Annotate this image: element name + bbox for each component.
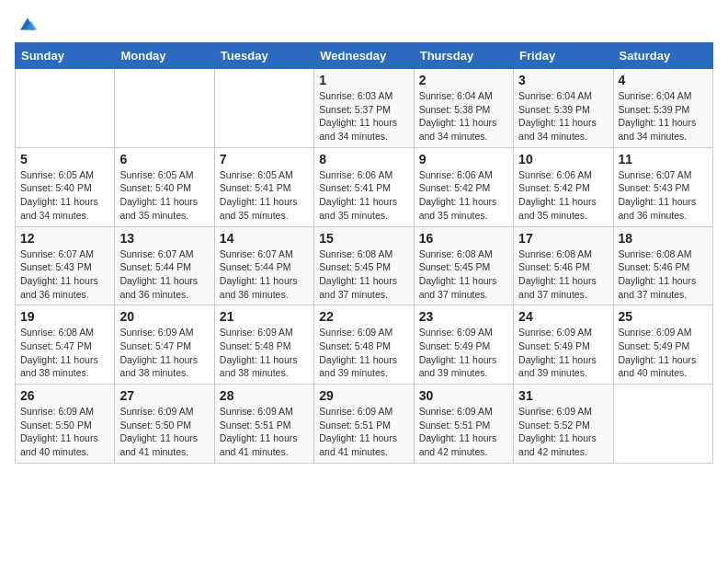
calendar-cell: 25Sunrise: 6:09 AMSunset: 5:49 PMDayligh…	[613, 305, 712, 385]
calendar-cell	[115, 69, 214, 148]
calendar-cell: 21Sunrise: 6:09 AMSunset: 5:48 PMDayligh…	[214, 305, 313, 385]
day-info: Sunrise: 6:09 AMSunset: 5:49 PMDaylight:…	[619, 326, 708, 380]
day-info: Sunrise: 6:09 AMSunset: 5:49 PMDaylight:…	[518, 326, 608, 380]
day-info: Sunrise: 6:05 AMSunset: 5:40 PMDaylight:…	[119, 168, 209, 223]
day-info: Sunrise: 6:07 AMSunset: 5:44 PMDaylight:…	[119, 247, 209, 302]
calendar-week-row: 19Sunrise: 6:08 AMSunset: 5:47 PMDayligh…	[16, 305, 713, 385]
calendar-cell: 12Sunrise: 6:07 AMSunset: 5:43 PMDayligh…	[16, 226, 115, 305]
calendar-cell: 14Sunrise: 6:07 AMSunset: 5:44 PMDayligh…	[214, 226, 313, 305]
day-info: Sunrise: 6:09 AMSunset: 5:51 PMDaylight:…	[220, 405, 309, 459]
weekday-header-row: SundayMondayTuesdayWednesdayThursdayFrid…	[16, 43, 713, 69]
day-number: 28	[220, 388, 309, 403]
day-info: Sunrise: 6:08 AMSunset: 5:45 PMDaylight:…	[419, 247, 508, 302]
calendar-week-row: 1Sunrise: 6:03 AMSunset: 5:37 PMDaylight…	[16, 69, 713, 148]
calendar-cell: 11Sunrise: 6:07 AMSunset: 5:43 PMDayligh…	[613, 147, 712, 226]
calendar-cell: 28Sunrise: 6:09 AMSunset: 5:51 PMDayligh…	[214, 385, 313, 464]
day-number: 7	[220, 152, 309, 167]
calendar-week-row: 26Sunrise: 6:09 AMSunset: 5:50 PMDayligh…	[16, 385, 713, 464]
calendar-cell: 4Sunrise: 6:04 AMSunset: 5:39 PMDaylight…	[613, 69, 712, 148]
day-number: 20	[119, 309, 209, 324]
calendar-cell: 20Sunrise: 6:09 AMSunset: 5:47 PMDayligh…	[115, 305, 214, 385]
calendar-cell: 3Sunrise: 6:04 AMSunset: 5:39 PMDaylight…	[514, 69, 613, 148]
weekday-header-saturday: Saturday	[613, 43, 712, 69]
day-info: Sunrise: 6:07 AMSunset: 5:43 PMDaylight:…	[619, 168, 708, 223]
day-number: 21	[220, 309, 309, 324]
day-number: 22	[319, 309, 408, 324]
day-info: Sunrise: 6:09 AMSunset: 5:50 PMDaylight:…	[119, 405, 209, 459]
page-header	[15, 15, 713, 33]
calendar-cell: 29Sunrise: 6:09 AMSunset: 5:51 PMDayligh…	[314, 385, 414, 464]
weekday-header-monday: Monday	[115, 43, 214, 69]
day-info: Sunrise: 6:03 AMSunset: 5:37 PMDaylight:…	[319, 89, 408, 144]
day-number: 26	[20, 388, 109, 403]
day-number: 5	[20, 152, 109, 167]
calendar-cell: 10Sunrise: 6:06 AMSunset: 5:42 PMDayligh…	[514, 147, 613, 226]
calendar-table: SundayMondayTuesdayWednesdayThursdayFrid…	[15, 42, 713, 464]
day-info: Sunrise: 6:07 AMSunset: 5:44 PMDaylight:…	[220, 247, 309, 302]
weekday-header-thursday: Thursday	[414, 43, 513, 69]
calendar-cell: 17Sunrise: 6:08 AMSunset: 5:46 PMDayligh…	[514, 226, 613, 305]
day-info: Sunrise: 6:08 AMSunset: 5:46 PMDaylight:…	[619, 247, 708, 302]
day-info: Sunrise: 6:04 AMSunset: 5:39 PMDaylight:…	[518, 89, 608, 144]
day-info: Sunrise: 6:08 AMSunset: 5:47 PMDaylight:…	[20, 326, 109, 380]
calendar-cell: 15Sunrise: 6:08 AMSunset: 5:45 PMDayligh…	[314, 226, 414, 305]
day-number: 23	[419, 309, 508, 324]
day-info: Sunrise: 6:05 AMSunset: 5:40 PMDaylight:…	[20, 168, 109, 223]
day-number: 2	[419, 73, 508, 87]
calendar-cell: 31Sunrise: 6:09 AMSunset: 5:52 PMDayligh…	[514, 385, 613, 464]
day-info: Sunrise: 6:06 AMSunset: 5:42 PMDaylight:…	[419, 168, 508, 223]
day-number: 27	[119, 388, 209, 403]
day-info: Sunrise: 6:09 AMSunset: 5:48 PMDaylight:…	[319, 326, 408, 380]
calendar-cell: 26Sunrise: 6:09 AMSunset: 5:50 PMDayligh…	[16, 385, 115, 464]
day-number: 14	[220, 231, 309, 246]
day-number: 16	[419, 231, 508, 246]
day-number: 31	[518, 388, 608, 403]
calendar-week-row: 12Sunrise: 6:07 AMSunset: 5:43 PMDayligh…	[16, 226, 713, 305]
calendar-cell: 13Sunrise: 6:07 AMSunset: 5:44 PMDayligh…	[115, 226, 214, 305]
day-number: 17	[518, 231, 608, 246]
calendar-cell	[613, 385, 712, 464]
calendar-cell: 1Sunrise: 6:03 AMSunset: 5:37 PMDaylight…	[314, 69, 414, 148]
calendar-cell	[16, 69, 115, 148]
day-info: Sunrise: 6:09 AMSunset: 5:47 PMDaylight:…	[119, 326, 209, 380]
day-number: 8	[319, 152, 408, 167]
day-number: 1	[319, 73, 408, 87]
day-info: Sunrise: 6:06 AMSunset: 5:42 PMDaylight:…	[518, 168, 608, 223]
weekday-header-wednesday: Wednesday	[314, 43, 414, 69]
calendar-cell: 23Sunrise: 6:09 AMSunset: 5:49 PMDayligh…	[414, 305, 513, 385]
calendar-cell: 6Sunrise: 6:05 AMSunset: 5:40 PMDaylight…	[115, 147, 214, 226]
weekday-header-friday: Friday	[514, 43, 613, 69]
weekday-header-sunday: Sunday	[16, 43, 115, 69]
calendar-cell: 5Sunrise: 6:05 AMSunset: 5:40 PMDaylight…	[16, 147, 115, 226]
day-info: Sunrise: 6:08 AMSunset: 5:46 PMDaylight:…	[518, 247, 608, 302]
day-number: 25	[619, 309, 708, 324]
day-number: 10	[518, 152, 608, 167]
day-info: Sunrise: 6:09 AMSunset: 5:51 PMDaylight:…	[319, 405, 408, 459]
logo-icon	[17, 15, 39, 33]
calendar-cell: 8Sunrise: 6:06 AMSunset: 5:41 PMDaylight…	[314, 147, 414, 226]
day-number: 9	[419, 152, 508, 167]
day-info: Sunrise: 6:08 AMSunset: 5:45 PMDaylight:…	[319, 247, 408, 302]
calendar-week-row: 5Sunrise: 6:05 AMSunset: 5:40 PMDaylight…	[16, 147, 713, 226]
day-number: 6	[119, 152, 209, 167]
calendar-cell: 9Sunrise: 6:06 AMSunset: 5:42 PMDaylight…	[414, 147, 513, 226]
weekday-header-tuesday: Tuesday	[214, 43, 313, 69]
day-number: 3	[518, 73, 608, 87]
day-number: 11	[619, 152, 708, 167]
day-info: Sunrise: 6:09 AMSunset: 5:52 PMDaylight:…	[518, 405, 608, 459]
day-info: Sunrise: 6:09 AMSunset: 5:48 PMDaylight:…	[220, 326, 309, 380]
day-number: 19	[20, 309, 109, 324]
day-info: Sunrise: 6:05 AMSunset: 5:41 PMDaylight:…	[220, 168, 309, 223]
day-number: 13	[119, 231, 209, 246]
calendar-cell: 27Sunrise: 6:09 AMSunset: 5:50 PMDayligh…	[115, 385, 214, 464]
day-info: Sunrise: 6:09 AMSunset: 5:51 PMDaylight:…	[419, 405, 508, 459]
day-number: 30	[419, 388, 508, 403]
calendar-cell: 30Sunrise: 6:09 AMSunset: 5:51 PMDayligh…	[414, 385, 513, 464]
calendar-cell: 19Sunrise: 6:08 AMSunset: 5:47 PMDayligh…	[16, 305, 115, 385]
logo	[15, 15, 39, 33]
calendar-cell: 18Sunrise: 6:08 AMSunset: 5:46 PMDayligh…	[613, 226, 712, 305]
day-number: 24	[518, 309, 608, 324]
day-info: Sunrise: 6:09 AMSunset: 5:49 PMDaylight:…	[419, 326, 508, 380]
day-number: 15	[319, 231, 408, 246]
calendar-cell: 2Sunrise: 6:04 AMSunset: 5:38 PMDaylight…	[414, 69, 513, 148]
